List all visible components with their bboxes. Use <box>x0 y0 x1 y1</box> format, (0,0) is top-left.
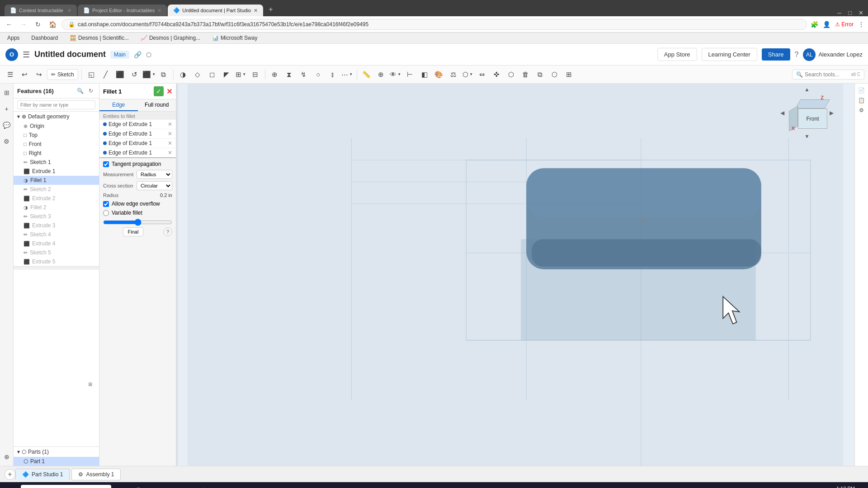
notes-icon-3[interactable]: ⚙ <box>859 107 864 113</box>
view-left-arrow[interactable]: ◀ <box>780 110 784 116</box>
search-tools-box[interactable]: 🔍 Search tools... alt C <box>792 70 864 80</box>
extensions-icon[interactable]: 🧩 <box>811 21 818 28</box>
bottom-tab-part-studio[interactable]: 🔷 Part Studio 1 <box>15 469 70 480</box>
part-item-1[interactable]: ⬡ Part 1 <box>14 457 99 466</box>
home-button[interactable]: 🏠 <box>47 19 58 30</box>
entity-remove-4[interactable]: ✕ <box>168 150 172 156</box>
notes-icon-2[interactable]: 📋 <box>858 97 865 103</box>
feature-item-fillet2[interactable]: ◑ Fillet 2 <box>14 203 99 212</box>
boolean-tool[interactable]: ⊕ <box>269 68 281 81</box>
hole-tool[interactable]: ○ <box>312 68 325 81</box>
tab-contest[interactable]: 📄 Contest Instructable ✕ <box>5 5 77 16</box>
hamburger-menu[interactable]: ☰ <box>23 50 30 60</box>
fillet-ok-button[interactable]: ✓ <box>154 86 164 96</box>
taskbar-chrome[interactable]: 🌐 <box>196 484 211 488</box>
extrude-tool[interactable]: ⬛ <box>114 68 127 81</box>
wrap-tool[interactable]: ↯ <box>297 68 310 81</box>
feature-item-extrude4[interactable]: ⬛ Extrude 4 <box>14 239 99 248</box>
plane-tool[interactable]: ◱ <box>85 68 98 81</box>
view-options[interactable]: 👁▼ <box>389 68 402 81</box>
notes-icon-1[interactable]: 📄 <box>858 87 865 94</box>
final-button[interactable]: Final <box>123 227 144 236</box>
add-tab-button[interactable]: + <box>5 469 15 480</box>
minimize-button[interactable]: ─ <box>837 9 841 16</box>
view-top-face[interactable] <box>795 99 830 108</box>
sweep-tool[interactable]: ⬛▼ <box>143 68 156 81</box>
cross-section-select[interactable]: Circular Conic <box>137 181 172 190</box>
sidebar-comment-icon[interactable]: 💬 <box>1 120 12 131</box>
shell-tool[interactable]: ◻ <box>206 68 218 81</box>
feature-item-sketch4[interactable]: ✏ Sketch 4 <box>14 230 99 239</box>
back-button[interactable]: ← <box>4 19 14 30</box>
bookmark-sway[interactable]: 📊 Microsoft Sway <box>209 34 260 42</box>
view-right-arrow[interactable]: ▶ <box>830 110 834 116</box>
parts-header[interactable]: ▾ ⬡ Parts (1) <box>14 447 99 457</box>
tab-close-3[interactable]: ✕ <box>254 8 258 14</box>
feature-item-sketch3[interactable]: ✏ Sketch 3 <box>14 212 99 221</box>
feature-item-extrude5[interactable]: ⬛ Extrude 5 <box>14 257 99 266</box>
learning-center-button[interactable]: Learning Center <box>702 48 757 61</box>
feature-item-extrude2[interactable]: ⬛ Extrude 2 <box>14 194 99 203</box>
sidebar-plus-icon[interactable]: + <box>1 103 12 114</box>
split-tool[interactable]: ⧗ <box>283 68 296 81</box>
draft-tool[interactable]: ◤ <box>220 68 233 81</box>
tab-project[interactable]: 📄 Project Editor - Instructables ✕ <box>78 5 167 16</box>
measure-tool[interactable]: 📏 <box>360 68 373 81</box>
tangent-propagation-checkbox[interactable] <box>103 161 109 167</box>
redo-button[interactable]: ↪ <box>33 68 45 81</box>
copy-tool[interactable]: ⧉ <box>534 68 547 81</box>
taskbar-files[interactable]: 📁 <box>147 484 162 488</box>
taskbar-task-view[interactable]: ⧉ <box>115 484 129 488</box>
taskbar-clock[interactable]: 1:13 PM 3/15/2022 <box>833 486 855 488</box>
help-btn[interactable]: ? <box>163 227 172 236</box>
branch-label[interactable]: Main <box>110 51 129 59</box>
feature-item-sketch2[interactable]: ✏ Sketch 2 <box>14 185 99 194</box>
feature-refresh-btn[interactable]: ↻ <box>86 86 95 95</box>
sidebar-snap-icon[interactable]: ⊕ <box>1 451 12 462</box>
sidebar-settings-icon[interactable]: ⚙ <box>1 136 12 147</box>
section-view[interactable]: ⊢ <box>404 68 416 81</box>
pattern-tool[interactable]: ⊟ <box>249 68 262 81</box>
view-up-arrow[interactable]: ▲ <box>804 86 810 93</box>
profile-icon[interactable]: 👤 <box>823 21 830 28</box>
new-tab-button[interactable]: + <box>264 3 277 16</box>
mass-prop[interactable]: ⚖ <box>447 68 460 81</box>
tab-close-1[interactable]: ✕ <box>67 8 71 14</box>
feature-search-btn[interactable]: 🔍 <box>75 86 85 95</box>
feature-item-extrude1[interactable]: ⬛ Extrude 1 <box>14 167 99 176</box>
reload-button[interactable]: ↻ <box>33 19 43 30</box>
fillet-tab-edge[interactable]: Edge <box>99 99 138 111</box>
link-icon[interactable]: 🔗 <box>134 51 142 58</box>
entity-remove-3[interactable]: ✕ <box>168 140 172 146</box>
thread-tool[interactable]: ⫿ <box>326 68 339 81</box>
filter-input[interactable] <box>17 100 95 109</box>
tab-onshape[interactable]: 🔷 Untitled document | Part Studio ✕ <box>168 5 263 16</box>
close-window-button[interactable]: ✕ <box>859 9 863 16</box>
feature-item-front[interactable]: □ Front <box>14 140 99 149</box>
bookmark-apps[interactable]: Apps <box>5 34 22 42</box>
transform-tool[interactable]: ⬡ <box>505 68 518 81</box>
geometry-tool[interactable]: ⬡ <box>548 68 561 81</box>
delete-tool[interactable]: 🗑 <box>519 68 532 81</box>
share-button[interactable]: Share <box>762 48 790 61</box>
chamfer-tool[interactable]: ◇ <box>191 68 204 81</box>
version-icon[interactable]: ⬡ <box>146 51 151 58</box>
feature-item-top[interactable]: □ Top <box>14 131 99 140</box>
scrollbar-handle[interactable] <box>14 266 99 270</box>
feature-item-right[interactable]: □ Right <box>14 149 99 158</box>
feature-item-extrude3[interactable]: ⬛ Extrude 3 <box>14 221 99 230</box>
left-panel-toggle[interactable]: ☰ <box>4 68 16 81</box>
forward-button[interactable]: → <box>18 19 29 30</box>
windows-start-button[interactable]: ⊞ <box>4 484 18 488</box>
settings-icon[interactable]: ⋮ <box>858 21 864 28</box>
measurement-select[interactable]: Radius Diameter <box>137 170 172 179</box>
help-icon[interactable]: ? <box>795 51 799 59</box>
sidebar-view-icon[interactable]: ⊞ <box>1 87 12 98</box>
align-icon[interactable]: ≡ <box>88 380 92 389</box>
bottom-tab-assembly[interactable]: ⚙ Assembly 1 <box>71 469 121 480</box>
fillet-tab-full-round[interactable]: Full round <box>138 99 176 111</box>
origin-tool[interactable]: ⊕ <box>375 68 387 81</box>
entity-remove-1[interactable]: ✕ <box>168 121 172 127</box>
feature-item-fillet1[interactable]: ◑ Fillet 1 <box>14 176 99 185</box>
viewport[interactable]: ▲ ▼ ◀ ▶ Z Front X <box>176 84 854 466</box>
